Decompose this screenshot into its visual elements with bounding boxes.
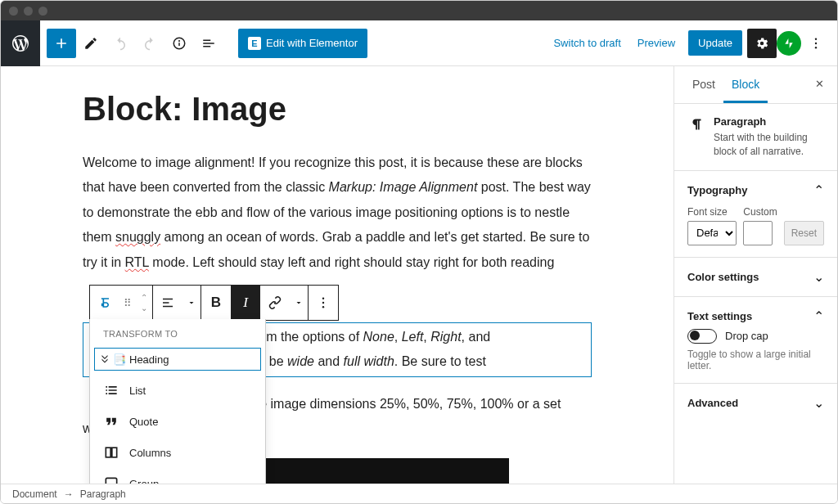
zoom-dot[interactable] (38, 7, 47, 16)
update-button[interactable]: Update (688, 30, 742, 56)
add-block-button[interactable] (47, 29, 76, 58)
drag-handle[interactable]: ⠿ (119, 286, 136, 320)
svg-point-4 (815, 42, 817, 43)
typography-panel: Typography ⌃ Font size Default Custom Re… (674, 171, 837, 258)
settings-button[interactable] (747, 29, 777, 58)
bold-button[interactable]: B (201, 286, 231, 320)
elementor-label: Edit with Elementor (266, 37, 358, 49)
close-sidebar-button[interactable]: ✕ (812, 66, 827, 103)
settings-sidebar: Post Block ✕ Paragraph Start with the bu… (674, 66, 837, 503)
editor-canvas[interactable]: Block: Image Welcome to image alignment!… (1, 66, 674, 503)
breadcrumb-paragraph[interactable]: Paragraph (80, 488, 126, 500)
block-toolbar: ⠿ ⌃⌄ B I (89, 285, 339, 321)
breadcrumb-footer: Document → Paragraph (1, 484, 837, 503)
transform-item-quote[interactable]: Quote (90, 406, 265, 437)
reset-button[interactable]: Reset (784, 221, 824, 245)
align-button[interactable] (153, 286, 182, 320)
chevron-up-icon: ⌃ (813, 182, 824, 198)
text-settings-panel: Text settings ⌃ Drop cap Toggle to show … (674, 297, 837, 384)
transform-item-columns[interactable]: Columns (90, 437, 265, 468)
format-dropdown[interactable] (290, 286, 308, 320)
redo-button[interactable] (135, 29, 164, 58)
typography-toggle[interactable]: Typography ⌃ (687, 182, 824, 198)
list-icon (103, 382, 119, 398)
outline-button[interactable] (194, 29, 223, 58)
sidebar-tabs: Post Block ✕ (674, 66, 837, 104)
font-size-label: Font size (687, 206, 737, 218)
text-settings-toggle[interactable]: Text settings ⌃ (687, 308, 824, 324)
svg-point-5 (815, 47, 817, 48)
transform-item-heading[interactable]: 📑Heading (90, 344, 265, 375)
close-dot[interactable] (9, 7, 18, 16)
block-more-button[interactable] (309, 286, 338, 320)
italic-button[interactable]: I (231, 286, 260, 320)
link-button[interactable] (260, 286, 290, 320)
chevron-down-icon: ⌄ (813, 395, 824, 411)
block-description: Start with the building block of all nar… (714, 131, 824, 159)
advanced-toggle[interactable]: Advanced ⌄ (687, 395, 824, 411)
elementor-icon: E (248, 37, 261, 50)
svg-point-3 (815, 38, 817, 39)
edit-mode-icon[interactable] (76, 29, 106, 58)
color-settings-panel: Color settings ⌄ (674, 258, 837, 297)
block-type-button[interactable] (90, 286, 119, 320)
jetpack-button[interactable] (777, 31, 801, 56)
minimize-dot[interactable] (24, 7, 33, 16)
custom-label: Custom (743, 206, 777, 218)
tab-block[interactable]: Block (723, 66, 768, 103)
info-button[interactable] (164, 29, 194, 58)
svg-point-8 (322, 306, 324, 308)
more-options-button[interactable] (801, 29, 831, 58)
preview-button[interactable]: Preview (629, 32, 683, 54)
undo-button[interactable] (106, 29, 135, 58)
breadcrumb-arrow: → (64, 488, 74, 500)
page-title[interactable]: Block: Image (83, 91, 592, 128)
svg-point-6 (322, 298, 324, 299)
font-size-select[interactable]: Default (687, 221, 737, 245)
drop-cap-hint: Toggle to show a large initial letter. (687, 349, 824, 371)
macos-titlebar (1, 1, 837, 20)
transform-label: TRANSFORM TO (90, 319, 265, 344)
paragraph-icon (687, 115, 705, 159)
align-dropdown[interactable] (182, 286, 200, 320)
edit-with-elementor-button[interactable]: E Edit with Elementor (238, 29, 367, 58)
heading-icon: 📑 (103, 351, 119, 367)
tab-post[interactable]: Post (684, 66, 723, 103)
svg-point-2 (179, 40, 180, 41)
transform-menu: TRANSFORM TO 📑Heading List Quote Columns… (89, 319, 266, 503)
svg-rect-11 (112, 448, 117, 457)
svg-point-7 (322, 302, 324, 304)
transform-item-list[interactable]: List (90, 375, 265, 406)
paragraph-1[interactable]: Welcome to image alignment! If you recog… (83, 151, 592, 275)
columns-icon (103, 444, 119, 461)
wordpress-logo[interactable] (1, 20, 40, 66)
color-settings-toggle[interactable]: Color settings ⌄ (687, 269, 824, 285)
editor-topbar: E Edit with Elementor Switch to draft Pr… (1, 20, 837, 66)
block-name: Paragraph (714, 115, 824, 128)
block-info-panel: Paragraph Start with the building block … (674, 104, 837, 171)
chevron-up-icon: ⌃ (813, 308, 824, 324)
quote-icon (103, 413, 119, 430)
custom-size-input[interactable] (743, 221, 773, 245)
breadcrumb-document[interactable]: Document (12, 488, 57, 500)
advanced-panel: Advanced ⌄ (674, 384, 837, 422)
drop-cap-toggle[interactable] (687, 329, 717, 344)
move-arrows[interactable]: ⌃⌄ (136, 286, 152, 320)
svg-rect-10 (106, 448, 110, 457)
chevron-down-icon: ⌄ (813, 269, 824, 285)
drop-cap-label: Drop cap (725, 330, 768, 342)
switch-to-draft-button[interactable]: Switch to draft (545, 32, 628, 54)
